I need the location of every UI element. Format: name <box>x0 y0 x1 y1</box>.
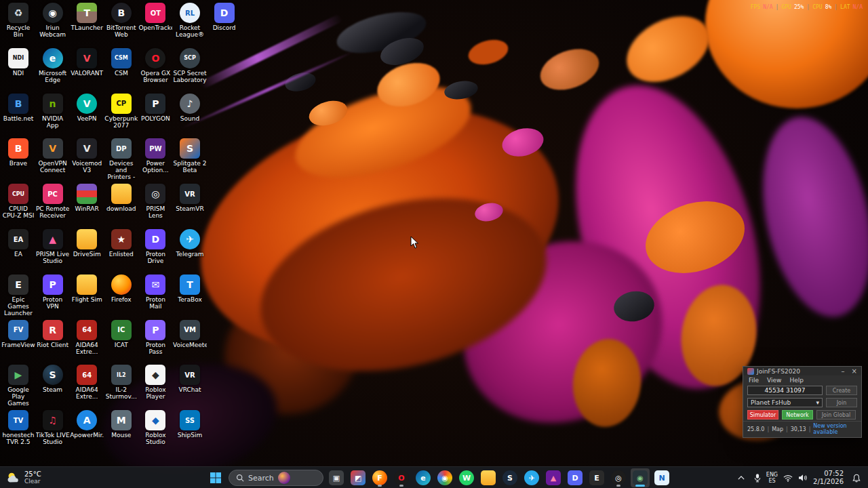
desktop-icon-winrar[interactable]: WinRAR <box>70 184 104 227</box>
desktop-icon-bittorrent-web[interactable]: BBitTorrent Web <box>104 3 138 46</box>
join-global-button[interactable]: Join Global <box>816 410 856 420</box>
desktop-icon-proton-drive[interactable]: DProton Drive <box>138 229 172 272</box>
join-button[interactable]: Join <box>826 398 857 407</box>
desktop-icon-polygon[interactable]: PPOLYGON <box>138 94 172 137</box>
desktop-icon-prism-live-studio[interactable]: ▲PRISM Live Studio <box>36 229 70 272</box>
desktop-icon-enlisted[interactable]: ★Enlisted <box>104 229 138 272</box>
desktop-icon-proton-vpn[interactable]: PProton VPN <box>36 274 70 318</box>
taskbar-icon-task-view[interactable]: ▣ <box>327 468 346 487</box>
search-box[interactable]: Search <box>229 470 323 486</box>
map-link[interactable]: Map <box>772 426 783 432</box>
desktop-icon-discord[interactable]: DDiscord <box>208 3 241 46</box>
taskbar-icon-camera-app[interactable]: ◉ <box>631 468 650 487</box>
desktop-icon-cpuid-cpu-z-msi[interactable]: CPUCPUID CPU-Z MSI <box>1 184 35 227</box>
desktop-icon-iriun-webcam[interactable]: ◉Iriun Webcam <box>36 3 70 46</box>
create-button[interactable]: Create <box>826 386 857 395</box>
menu-help[interactable]: Help <box>789 377 804 384</box>
taskbar-icon-notepad[interactable]: N <box>652 468 671 487</box>
desktop-icon-vrchat[interactable]: VRVRChat <box>173 365 207 408</box>
desktop-icon-nvidia-app[interactable]: nNVIDIA App <box>36 94 70 137</box>
desktop-icon-roblox-player[interactable]: ◆Roblox Player <box>138 365 172 408</box>
update-link[interactable]: New version available <box>813 423 857 435</box>
desktop-icon-ndi[interactable]: NDINDI <box>1 48 35 92</box>
taskbar-icon-obs-studio[interactable]: ◎ <box>609 468 628 487</box>
desktop-icon-power-option[interactable]: PWPower Option... <box>138 138 172 182</box>
server-select[interactable]: Planet FsHub ▾ <box>747 398 823 407</box>
menu-view[interactable]: View <box>767 377 781 384</box>
desktop-icon-epic-games-launcher[interactable]: EEpic Games Launcher <box>1 274 35 318</box>
desktop-icon-ea[interactable]: EAEA <box>1 229 35 272</box>
start-button[interactable] <box>206 468 225 487</box>
desktop-icon-apowermir[interactable]: AApowerMir... <box>70 410 104 453</box>
desktop-icon-brave[interactable]: BBrave <box>1 138 35 182</box>
desktop-icon-google-play-games[interactable]: ▶Google Play Games <box>1 365 35 408</box>
desktop-icon-roblox-studio[interactable]: ◆Roblox Studio <box>138 410 172 453</box>
taskbar-icon-file-explorer[interactable] <box>479 468 498 487</box>
desktop-icon-aida64-extre[interactable]: 64AIDA64 Extre... <box>70 365 104 408</box>
microphone-icon[interactable] <box>754 473 761 483</box>
desktop-icon-flight-sim[interactable]: Flight Sim <box>70 274 104 318</box>
taskbar-icon-opera-gx[interactable]: O <box>392 468 411 487</box>
taskbar-icon-prism-live[interactable]: ▲ <box>544 468 563 487</box>
desktop-icon-scp-secret-laboratory[interactable]: SCPSCP Secret Laboratory <box>173 48 207 92</box>
simulator-button[interactable]: Simulator <box>747 410 778 420</box>
session-code-input[interactable]: 45534 31097 <box>747 386 823 395</box>
desktop-icon-openvpn-connect[interactable]: VOpenVPN Connect <box>36 138 70 182</box>
desktop-icon-drivesim[interactable]: DriveSim <box>70 229 104 272</box>
desktop-icon-voicemeeter[interactable]: VMVoiceMeeter <box>173 320 207 363</box>
minimize-button[interactable]: – <box>842 367 845 375</box>
desktop-icon-frameview[interactable]: FVFrameView <box>1 320 35 363</box>
desktop-icon-steamvr[interactable]: VRSteamVR <box>173 184 207 227</box>
desktop-icon-download[interactable]: download <box>104 184 138 227</box>
desktop-icon-splitgate-2-beta[interactable]: SSplitgate 2 Beta <box>173 138 207 182</box>
taskbar-icon-discord[interactable]: D <box>566 468 585 487</box>
clock[interactable]: 07:52 2/1/2026 <box>813 470 844 486</box>
desktop-icon-opentracker[interactable]: OTOpenTracker <box>138 3 172 46</box>
desktop-icon-microsoft-edge[interactable]: eMicrosoft Edge <box>36 48 70 92</box>
tray-chevron-button[interactable] <box>734 468 749 487</box>
desktop-icon-veepn[interactable]: VVeePN <box>70 94 104 137</box>
close-button[interactable]: × <box>852 367 857 375</box>
desktop-icon-sound[interactable]: ♪Sound <box>173 94 207 137</box>
desktop-icon-mouse[interactable]: MMouse <box>104 410 138 453</box>
network-button[interactable]: Network <box>782 410 813 420</box>
desktop-icon-recycle-bin[interactable]: ♻Recycle Bin <box>1 3 35 46</box>
desktop-icon-prism-lens[interactable]: ◎PRISM Lens <box>138 184 172 227</box>
desktop-icon-terabox[interactable]: TTeraBox <box>173 274 207 318</box>
desktop-icon-aida64-extre[interactable]: 64AIDA64 Extre... <box>70 320 104 363</box>
taskbar-icon-telegram[interactable]: ✈ <box>522 468 541 487</box>
desktop-icon-opera-gx-browser[interactable]: OOpera GX Browser <box>138 48 172 92</box>
taskbar-icon-photos[interactable]: ◩ <box>349 468 368 487</box>
desktop-icon-tiktok-live-studio[interactable]: ♫TikTok LIVE Studio <box>36 410 70 453</box>
taskbar-icon-edge[interactable]: e <box>414 468 433 487</box>
desktop-icon-shipsim[interactable]: SSShipSim <box>173 410 207 453</box>
taskbar-icon-whatsapp[interactable]: W <box>457 468 476 487</box>
taskbar-icon-firefox[interactable]: F <box>370 468 389 487</box>
desktop-icon-proton-mail[interactable]: ✉Proton Mail <box>138 274 172 318</box>
desktop-icon-battle-net[interactable]: BBattle.net <box>1 94 35 137</box>
desktop-icon-honestech-tvr-2-5[interactable]: TVhonestech TVR 2.5 <box>1 410 35 453</box>
desktop-icon-proton-pass[interactable]: PProton Pass <box>138 320 172 363</box>
taskbar-icon-chrome[interactable]: ◉ <box>435 468 454 487</box>
notification-bell-button[interactable] <box>849 468 864 487</box>
language-indicator[interactable]: ENG ES <box>766 472 778 484</box>
desktop-icon-steam[interactable]: SSteam <box>36 365 70 408</box>
desktop-icon-voicemod-v3[interactable]: VVoicemod V3 <box>70 138 104 182</box>
menu-file[interactable]: File <box>749 377 759 384</box>
wifi-icon[interactable] <box>783 474 793 482</box>
desktop-icon-devices-and-printers[interactable]: DPDevices and Printers - ... <box>104 138 138 182</box>
taskbar-icon-epic-games[interactable]: E <box>587 468 606 487</box>
weather-widget[interactable]: 25°C Clear <box>5 467 41 488</box>
desktop-icon-il-2-sturmov[interactable]: IL2IL-2 Sturmov... <box>104 365 138 408</box>
desktop-icon-rocket-league[interactable]: RLRocket League® <box>173 3 207 46</box>
desktop-icon-pc-remote-receiver[interactable]: PCPC Remote Receiver <box>36 184 70 227</box>
desktop-icon-cyberpunk-2077[interactable]: CPCyberpunk 2077 <box>104 94 138 137</box>
desktop-icon-telegram[interactable]: ✈Telegram <box>173 229 207 272</box>
desktop-icon-riot-client[interactable]: RRiot Client <box>36 320 70 363</box>
desktop-icon-firefox[interactable]: Firefox <box>104 274 138 318</box>
volume-icon[interactable] <box>798 474 808 482</box>
desktop-icon-valorant[interactable]: VVALORANT <box>70 48 104 92</box>
joinfs-titlebar[interactable]: JoinFS-FS2020 – × <box>743 367 861 375</box>
desktop-icon-icat[interactable]: ICICAT <box>104 320 138 363</box>
desktop-icon-tlauncher[interactable]: TTLauncher <box>70 3 104 46</box>
